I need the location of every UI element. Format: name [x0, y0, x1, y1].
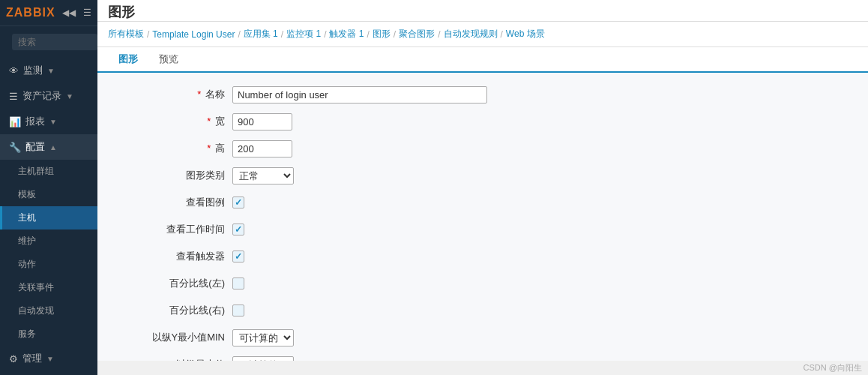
main-content: 图形 所有模板 / Template Login User / 应用集 1 / …: [97, 0, 868, 375]
sidebar-sub-services[interactable]: 服务: [0, 322, 97, 346]
sidebar-item-label-admin: 管理: [22, 352, 42, 365]
sidebar-item-admin[interactable]: ⚙ 管理 ▼: [0, 346, 97, 371]
sidebar-item-reports[interactable]: 📊 报表 ▼: [0, 109, 97, 134]
sidebar-sub-event-correlation[interactable]: 关联事件: [0, 276, 97, 299]
gear-icon: ⚙: [9, 353, 18, 364]
page-title: 图形: [108, 2, 135, 22]
sidebar-sub-hosts[interactable]: 主机: [0, 206, 97, 230]
chevron-icon-config: ▲: [49, 143, 57, 152]
tab-preview[interactable]: 预览: [148, 47, 189, 73]
form-row-triggers: 查看触发器: [112, 247, 853, 266]
sidebar-sub-actions[interactable]: 动作: [0, 253, 97, 276]
chevron-icon-admin: ▼: [46, 355, 54, 363]
sidebar-item-monitoring[interactable]: 👁 监测 ▼: [0, 58, 97, 83]
form-row-working-time: 查看工作时间: [112, 220, 853, 239]
form-row-height: * 高: [112, 139, 853, 158]
breadcrumb-all-templates[interactable]: 所有模板: [108, 28, 144, 40]
tab-graph[interactable]: 图形: [108, 47, 148, 73]
sidebar-item-label-reports: 报表: [25, 115, 45, 128]
show-working-time-checkbox[interactable]: [232, 224, 244, 236]
breadcrumb-monitor-item[interactable]: 监控项 1: [286, 28, 321, 40]
percentile-left-label: 百分比线(左): [112, 277, 232, 290]
tabs-bar: 图形 预览: [97, 47, 868, 73]
page-title-bar: 图形: [97, 0, 868, 22]
height-input[interactable]: [232, 140, 292, 158]
sidebar-sub-discovery[interactable]: 自动发现: [0, 299, 97, 322]
breadcrumb-template-login-user[interactable]: Template Login User: [152, 29, 235, 40]
show-working-time-label: 查看工作时间: [112, 223, 232, 236]
chart-icon: 📊: [9, 116, 21, 128]
breadcrumb-trigger[interactable]: 触发器 1: [329, 28, 364, 40]
form-row-legend: 查看图例: [112, 193, 853, 212]
percentile-left-checkbox[interactable]: [232, 278, 244, 290]
eye-icon: 👁: [9, 65, 19, 76]
breadcrumb: 所有模板 / Template Login User / 应用集 1 / 监控项…: [97, 22, 868, 47]
menu-icon[interactable]: ☰: [83, 8, 91, 18]
percentile-right-label: 百分比线(右): [112, 304, 232, 317]
graph-type-label: 图形类别: [112, 169, 232, 182]
sidebar-item-assets[interactable]: ☰ 资产记录 ▼: [0, 83, 97, 109]
show-triggers-checkbox[interactable]: [232, 250, 244, 262]
wrench-icon: 🔧: [9, 142, 21, 153]
form-row-width: * 宽: [112, 112, 853, 131]
sidebar-logo: ZABBIX: [6, 6, 55, 20]
form-row-y-max: 以纵最大值 可计算的 固定 监控项: [112, 355, 853, 361]
sidebar-search-input[interactable]: [12, 34, 97, 50]
breadcrumb-graph[interactable]: 图形: [373, 28, 391, 40]
show-triggers-label: 查看触发器: [112, 250, 232, 263]
sidebar-header: ZABBIX ◀◀ ☰: [0, 0, 97, 26]
graph-type-select[interactable]: 正常 堆叠 饼图 分解饼图: [232, 167, 294, 184]
form-row-name: * 名称: [112, 85, 853, 104]
sidebar-sub-host-groups[interactable]: 主机群组: [0, 160, 97, 183]
name-label: * 名称: [112, 88, 232, 101]
show-legend-label: 查看图例: [112, 196, 232, 209]
sidebar-item-label-config: 配置: [25, 140, 45, 154]
chevron-icon: ▼: [47, 67, 55, 75]
sidebar: ZABBIX ◀◀ ☰ 👁 监测 ▼ ☰ 资产记录 ▼ 📊 报表 ▼ 🔧 配置 …: [0, 0, 97, 375]
collapse-icon[interactable]: ◀◀: [62, 8, 76, 18]
breadcrumb-aggregate[interactable]: 聚合图形: [399, 28, 435, 40]
sidebar-item-label-monitoring: 监测: [23, 64, 43, 77]
width-label: * 宽: [112, 115, 232, 128]
sidebar-item-config[interactable]: 🔧 配置 ▲: [0, 134, 97, 160]
percentile-right-checkbox[interactable]: [232, 304, 244, 316]
form-row-percentile-right: 百分比线(右): [112, 301, 853, 320]
breadcrumb-web-scenario[interactable]: Web 场景: [506, 28, 545, 40]
show-legend-checkbox[interactable]: [232, 196, 244, 208]
form-row-percentile-left: 百分比线(左): [112, 274, 853, 293]
form-area: * 名称 * 宽 * 高 图形类别 正常 堆叠: [97, 73, 868, 361]
sidebar-item-support[interactable]: ? 支持: [0, 371, 97, 375]
name-input[interactable]: [232, 86, 487, 104]
breadcrumb-app-set[interactable]: 应用集 1: [244, 28, 278, 40]
sidebar-item-label-assets: 资产记录: [22, 89, 61, 103]
y-min-label: 以纵Y最小值MIN: [112, 331, 232, 344]
width-input[interactable]: [232, 113, 292, 130]
watermark: CSDN @向阳生: [97, 361, 868, 375]
form-row-graph-type: 图形类别 正常 堆叠 饼图 分解饼图: [112, 166, 853, 185]
height-label: * 高: [112, 142, 232, 155]
list-icon: ☰: [9, 91, 18, 102]
chevron-icon-assets: ▼: [66, 92, 73, 100]
breadcrumb-auto-discovery[interactable]: 自动发现规则: [444, 28, 498, 40]
sidebar-search-wrap: [0, 26, 97, 58]
sidebar-sub-maintenance[interactable]: 维护: [0, 230, 97, 253]
chevron-icon-reports: ▼: [49, 118, 57, 126]
sidebar-sub-templates[interactable]: 模板: [0, 183, 97, 206]
form-row-y-min: 以纵Y最小值MIN 可计算的 固定 监控项: [112, 328, 853, 347]
y-min-select[interactable]: 可计算的 固定 监控项: [232, 329, 294, 346]
